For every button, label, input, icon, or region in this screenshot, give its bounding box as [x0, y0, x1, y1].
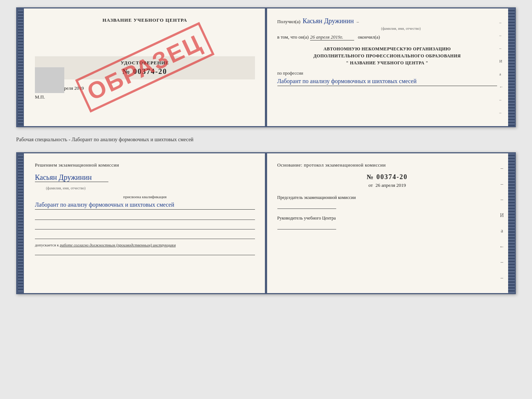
b-dash-arrow: ←	[499, 244, 504, 250]
top-cert-right-page: Получил(а) Касьян Дружинин – (фамилия, и…	[266, 8, 508, 126]
vydano-line: Выдано 26 апреля 2019	[35, 85, 255, 91]
bottom-spine-left	[17, 153, 24, 293]
prisvoena-label: присвоена квалификация	[35, 195, 255, 199]
okonchil-label: окончил(а)	[358, 34, 380, 40]
rukov-signature-line	[277, 224, 336, 229]
po-professii-label: по профессии	[277, 71, 497, 76]
dash-3: –	[499, 46, 504, 50]
org-line1: АВТОНОМНУЮ НЕКОММЕРЧЕСКУЮ ОРГАНИЗАЦИЮ	[277, 46, 497, 53]
bottom-lines	[35, 214, 255, 239]
bottom-right-side-dashes: – – – И а ← – –	[499, 161, 504, 286]
bottom-name-subtitle-text: (фамилия, имя, отчество)	[46, 186, 86, 190]
ot-date: 26 апреля 2019	[375, 182, 406, 188]
dopuskaetsya-text: работе согласно должностным (производств…	[60, 243, 176, 247]
dash-1: –	[499, 20, 504, 25]
udost-block: УДОСТОВЕРЕНИЕ № 00374-20	[35, 56, 255, 79]
poluchil-label: Получил(а)	[277, 19, 301, 25]
bottom-right-number: № 00374-20	[277, 173, 497, 181]
b-dash-3: –	[499, 197, 504, 203]
b-dash-И: И	[499, 213, 504, 218]
ot-label: от	[369, 182, 373, 188]
dopuskaetsya-block: допускается к работе согласно должностны…	[35, 243, 255, 247]
predsedatel-label: Председатель экзаменационной комиссии	[277, 194, 497, 201]
page-container: НАЗВАНИЕ УЧЕБНОГО ЦЕНТРА ОБРАЗЕЦ УДОСТОВ…	[16, 7, 516, 294]
completion-date: 26 апреля 2019г.	[310, 34, 354, 40]
bottom-right-title: Основание: протокол экзаменационной коми…	[277, 162, 497, 168]
bottom-name-hw: Касьян Дружинин	[35, 173, 108, 182]
recipient-name: Касьян Дружинин	[303, 17, 354, 25]
spine-right	[508, 8, 515, 126]
org-line3: " НАЗВАНИЕ УЧЕБНОГО ЦЕНТРА "	[277, 60, 497, 67]
b-dash-2: –	[499, 181, 504, 187]
bottom-kvalif-hw: Лаборант по анализу формовочных и шихтов…	[35, 200, 255, 210]
bottom-name-subtitle: (фамилия, имя, отчество)	[35, 184, 255, 191]
top-cert-title: НАЗВАНИЕ УЧЕБНОГО ЦЕНТРА	[35, 17, 255, 23]
b-dash-5: –	[499, 275, 504, 281]
bottom-left-title: Решением экзаменационной комиссии	[35, 162, 255, 168]
separator-label: Рабочая специальность - Лаборант по анал…	[16, 134, 516, 146]
bottom-right-page: Основание: протокол экзаменационной коми…	[266, 153, 508, 293]
bottom-left-page: Решением экзаменационной комиссии Касьян…	[24, 153, 266, 293]
bottom-cert-book: Решением экзаменационной комиссии Касьян…	[16, 152, 516, 294]
b-dash-4: –	[499, 259, 504, 265]
right-side-dashes: – – – И а ← – –	[499, 16, 504, 119]
photo-placeholder	[35, 67, 64, 93]
dash-a: а	[499, 72, 504, 76]
dash-arrow: ←	[499, 85, 504, 89]
rukov-label: Руководитель учебного Центра	[277, 215, 497, 221]
vtomchto-label: в том, что он(а)	[277, 34, 309, 40]
predsedatel-signature-line	[277, 203, 336, 209]
bottom-final-line	[35, 249, 255, 255]
b-dash-a: а	[499, 228, 504, 234]
vtomchto-line: в том, что он(а) 26 апреля 2019г. окончи…	[277, 34, 497, 40]
profession-value: Лаборант по анализу формовочных и шихтов…	[277, 77, 497, 86]
b-dash-1: –	[499, 165, 504, 171]
line-item-2	[35, 224, 255, 229]
mp-label: М.П.	[35, 94, 255, 100]
dash-4: –	[499, 97, 504, 102]
poluchil-line: Получил(а) Касьян Дружинин –	[277, 17, 497, 25]
recipient-subtitle: (фамилия, имя, отчество)	[305, 26, 497, 31]
dopuskaetsya-prefix: допускается к	[35, 243, 59, 247]
bottom-name-line: Касьян Дружинин	[35, 173, 255, 182]
line-item-3	[35, 233, 255, 239]
org-block: АВТОНОМНУЮ НЕКОММЕРЧЕСКУЮ ОРГАНИЗАЦИЮ ДО…	[277, 46, 497, 67]
bottom-spine-right	[508, 153, 515, 293]
dash-5: –	[499, 110, 504, 115]
top-cert-left-page: НАЗВАНИЕ УЧЕБНОГО ЦЕНТРА ОБРАЗЕЦ УДОСТОВ…	[24, 8, 266, 126]
udost-number: № 00374-20	[41, 67, 249, 76]
top-cert-book: НАЗВАНИЕ УЧЕБНОГО ЦЕНТРА ОБРАЗЕЦ УДОСТОВ…	[16, 7, 516, 127]
bottom-right-date: от 26 апреля 2019	[277, 182, 497, 188]
line-item-1	[35, 214, 255, 220]
udost-label: УДОСТОВЕРЕНИЕ	[41, 60, 249, 66]
spine-left	[17, 8, 24, 126]
dash-2: –	[499, 33, 504, 38]
org-line2: ДОПОЛНИТЕЛЬНОГО ПРОФЕССИОНАЛЬНОГО ОБРАЗО…	[277, 53, 497, 60]
dash-И: И	[499, 59, 504, 63]
